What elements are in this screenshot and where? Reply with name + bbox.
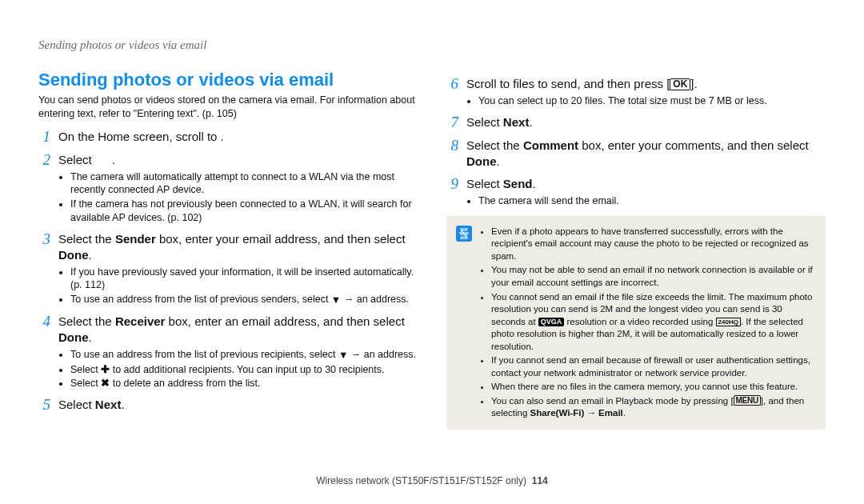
sublist-item: The camera will automatically attempt to… [70,170,418,198]
down-triangle-icon: ▼ [331,294,341,307]
note-item: When there are no files in the camera me… [491,381,816,394]
left-column: Sending photos or videos via email You c… [38,70,418,430]
sublist-item: To use an address from the list of previ… [70,293,418,307]
step-text: Select the Receiver box, enter an email … [58,314,418,346]
sublist-item: You can select up to 20 files. The total… [478,94,826,108]
step-text: Select Next. [466,114,533,131]
step: 2Select . [38,152,418,169]
step-sublist: If you have previously saved your inform… [38,266,418,308]
step-number: 3 [38,231,50,264]
note-list: Even if a photo appears to have transfer… [480,224,816,422]
menu-icon: MENU [734,395,761,406]
footer-page-number: 114 [532,475,548,486]
step-number: 5 [38,397,50,414]
step-sublist: The camera will automatically attempt to… [38,170,418,226]
page-footer: Wireless network (ST150F/ST151F/ST152F o… [0,475,864,486]
svg-line-0 [461,230,467,237]
sublist-item: Select ✚ to add additional recipients. Y… [70,363,418,377]
sublist-item: If the camera has not previously been co… [70,198,418,225]
step: 1On the Home screen, scroll to . [38,129,418,146]
down-triangle-icon: ▼ [338,349,348,362]
sublist-item: If you have previously saved your inform… [70,266,418,293]
section-title: Sending photos or videos via email [38,70,418,90]
footer-label: Wireless network (ST150F/ST151F/ST152F o… [316,475,526,486]
page-header-title: Sending photos or videos via email [38,38,826,52]
content-columns: Sending photos or videos via email You c… [38,70,826,430]
step-sublist: The camera will send the email. [446,194,826,208]
step-sublist: You can select up to 20 files. The total… [446,94,826,108]
right-column: 6Scroll to files to send, and then press… [446,70,826,430]
note-item: You cannot send an email if the file siz… [491,291,816,354]
note-box: Even if a photo appears to have transfer… [446,216,826,430]
step-number: 4 [38,314,50,346]
step: 6Scroll to files to send, and then press… [446,76,826,93]
plus-icon: ✚ [101,364,110,375]
step-number: 8 [446,138,458,170]
step: 4Select the Receiver box, enter an email… [38,314,418,346]
step: 5Select Next. [38,397,418,414]
x-icon: ✖ [101,378,110,389]
note-item: You can also send an email in Playback m… [491,395,816,420]
step-number: 7 [446,114,458,131]
intro-text: You can send photos or videos stored on … [38,94,418,121]
step: 7Select Next. [446,114,826,131]
sublist-item: The camera will send the email. [478,194,826,208]
step: 9Select Send. [446,176,826,193]
step-text: Select Send. [466,176,536,193]
qvga-icon: QVGA [538,318,565,327]
step-number: 9 [446,176,458,193]
note-item: You may not be able to send an email if … [491,264,816,289]
rec-icon: 240HQ [716,318,741,327]
step-text: Select Next. [58,397,125,414]
sublist-item: To use an address from the list of previ… [70,348,418,362]
step-number: 2 [38,152,50,169]
step: 8Select the Comment box, enter your comm… [446,138,826,170]
note-item: Even if a photo appears to have transfer… [491,226,816,263]
manual-page: Sending photos or videos via email Sendi… [0,0,864,504]
step-number: 6 [446,76,458,93]
note-icon [456,226,472,242]
step: 3Select the Sender box, enter your email… [38,231,418,264]
step-number: 1 [38,129,50,146]
step-sublist: To use an address from the list of previ… [38,348,418,391]
step-text: On the Home screen, scroll to . [58,129,224,146]
step-text: Select the Sender box, enter your email … [58,231,418,264]
sublist-item: Select ✖ to delete an address from the l… [70,377,418,390]
step-text: Select the Comment box, enter your comme… [466,138,826,170]
step-text: Select . [58,152,115,169]
ok-icon: OK [670,78,690,90]
note-item: If you cannot send an email because of f… [491,354,816,379]
step-text: Scroll to files to send, and then press … [466,76,698,93]
